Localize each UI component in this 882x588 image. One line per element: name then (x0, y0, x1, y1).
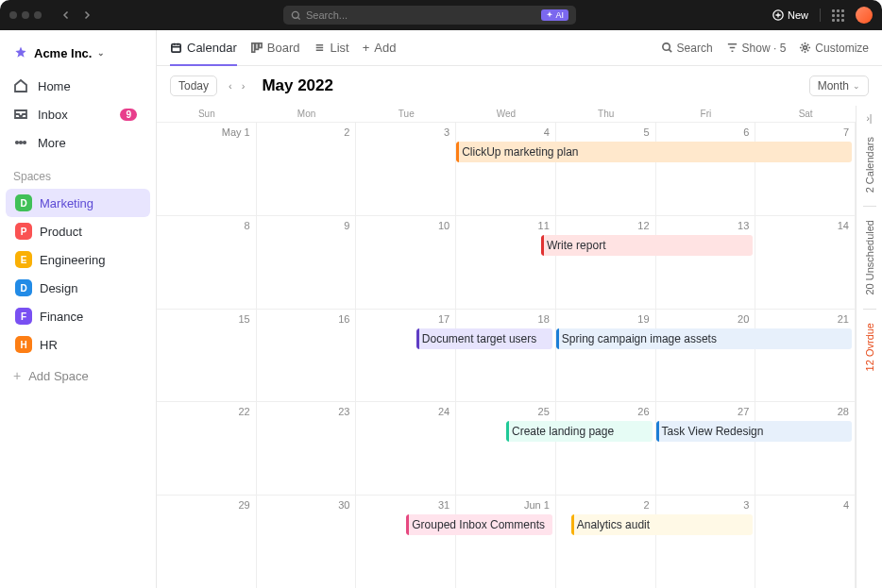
search-input[interactable]: Search... AI (283, 6, 576, 25)
sidebar-section-label: Spaces (0, 157, 156, 189)
today-button[interactable]: Today (170, 76, 217, 96)
sidebar-space-marketing[interactable]: DMarketing (6, 189, 150, 217)
space-letter-badge: D (15, 279, 32, 296)
nav-home[interactable]: Home (0, 72, 156, 100)
day-header: Sun (157, 106, 257, 122)
day-header: Sat (755, 106, 856, 122)
chevron-down-icon: ⌄ (853, 81, 860, 91)
calendar-week: 891011121314Write report (157, 215, 856, 309)
show-button[interactable]: Show · 5 (726, 42, 787, 55)
search-placeholder: Search... (306, 9, 348, 21)
list-icon (313, 42, 325, 54)
space-label: Engineering (40, 253, 105, 267)
calendar-event[interactable]: Create landing page (506, 421, 653, 442)
search-icon (291, 10, 301, 21)
sidebar-space-finance[interactable]: FFinance (6, 302, 150, 330)
workspace-selector[interactable]: Acme Inc. ⌄ (0, 40, 156, 72)
tab-list[interactable]: List (313, 31, 348, 64)
view-select[interactable]: Month ⌄ (809, 76, 869, 96)
add-space-button[interactable]: + Add Space (0, 362, 156, 389)
nav-inbox[interactable]: Inbox 9 (0, 100, 156, 128)
add-space-label: Add Space (28, 369, 89, 383)
window-controls[interactable] (9, 11, 42, 19)
svg-rect-7 (255, 43, 258, 50)
calendar-icon (170, 42, 182, 54)
calendar-event[interactable]: ClickUp marketing plan (456, 142, 852, 162)
ai-badge[interactable]: AI (541, 9, 568, 21)
space-label: HR (40, 338, 58, 352)
customize-button[interactable]: Customize (799, 42, 869, 55)
space-label: Marketing (40, 196, 93, 210)
day-header: Fri (656, 106, 756, 122)
svg-point-4 (24, 142, 25, 143)
sidebar: Acme Inc. ⌄ Home Inbox 9 More Spaces DMa… (0, 30, 157, 588)
day-header: Thu (556, 106, 656, 122)
calendar-header: Today ‹ › May 2022 Month ⌄ (157, 66, 882, 106)
search-button[interactable]: Search (661, 42, 713, 55)
chevron-down-icon: ⌄ (97, 48, 105, 58)
space-letter-badge: F (15, 308, 32, 325)
calendar-week: 293031Jun 1234Grouped Inbox CommentsAnal… (157, 495, 856, 588)
calendar-event[interactable]: Write report (541, 235, 753, 256)
panel-unscheduled[interactable]: 20 Unscheduled (864, 220, 875, 295)
tab-add-view[interactable]: + Add (363, 31, 397, 64)
topbar: Search... AI New (0, 0, 882, 30)
inbox-icon (13, 107, 28, 122)
plus-circle-icon (772, 9, 784, 21)
svg-point-9 (662, 43, 669, 50)
calendar-event[interactable]: Task View Redesign (656, 421, 853, 442)
calendar-week: May 1234567ClickUp marketing plan (157, 122, 856, 215)
calendar-event[interactable]: Spring campaign image assets (556, 328, 852, 349)
panel-overdue[interactable]: 12 Ovrdue (864, 323, 875, 371)
space-letter-badge: P (15, 223, 32, 240)
nav-label: More (38, 136, 66, 150)
apps-menu-button[interactable] (832, 9, 844, 22)
svg-point-2 (16, 142, 18, 143)
svg-rect-6 (252, 43, 255, 52)
space-label: Product (40, 225, 82, 239)
board-icon (250, 42, 263, 54)
nav-more[interactable]: More (0, 128, 156, 157)
calendar-week: 15161718192021Document target usersSprin… (157, 309, 856, 402)
gear-icon (799, 42, 811, 54)
calendar-week: 22232425262728Create landing pageTask Vi… (157, 401, 856, 495)
nav-label: Inbox (38, 108, 68, 122)
home-icon (13, 78, 28, 93)
plus-icon: + (13, 368, 21, 383)
space-letter-badge: D (15, 194, 32, 211)
space-letter-badge: H (15, 336, 32, 353)
sidebar-space-engineering[interactable]: EEngineering (6, 245, 150, 274)
filter-icon (726, 42, 738, 54)
workspace-name: Acme Inc. (34, 46, 92, 60)
user-avatar[interactable] (856, 7, 873, 24)
sidebar-space-design[interactable]: DDesign (6, 274, 150, 302)
tab-calendar[interactable]: Calendar (170, 31, 237, 66)
panel-calendars[interactable]: 2 Calendars (864, 137, 875, 193)
svg-rect-5 (172, 43, 180, 51)
day-header: Tue (356, 106, 456, 122)
inbox-badge: 9 (120, 109, 137, 121)
tab-board[interactable]: Board (250, 31, 300, 64)
calendar-grid: SunMonTueWedThuFriSat May 1234567ClickUp… (157, 106, 856, 588)
new-button[interactable]: New (772, 9, 808, 21)
sparkle-icon (546, 11, 553, 19)
plus-icon: + (363, 41, 370, 55)
month-label: May 2022 (262, 76, 333, 95)
more-icon (13, 135, 28, 150)
space-letter-badge: E (15, 251, 32, 268)
space-label: Design (40, 281, 77, 295)
day-header: Mon (257, 106, 357, 122)
sidebar-space-hr[interactable]: HHR (6, 330, 150, 359)
nav-back-button[interactable] (59, 8, 74, 23)
calendar-event[interactable]: Analytics audit (571, 514, 753, 535)
collapse-panel-button[interactable]: ›| (867, 113, 873, 124)
calendar-event[interactable]: Grouped Inbox Comments (406, 514, 552, 535)
prev-month-button[interactable]: ‹ (225, 78, 236, 93)
view-toolbar: Calendar Board List + Add Search (157, 30, 882, 66)
workspace-icon (13, 45, 28, 60)
nav-forward-button[interactable] (79, 8, 94, 23)
sidebar-space-product[interactable]: PProduct (6, 217, 150, 245)
calendar-event[interactable]: Document target users (416, 328, 552, 349)
next-month-button[interactable]: › (238, 78, 249, 93)
side-panel: ›| 2 Calendars 20 Unscheduled 12 Ovrdue (856, 106, 882, 588)
